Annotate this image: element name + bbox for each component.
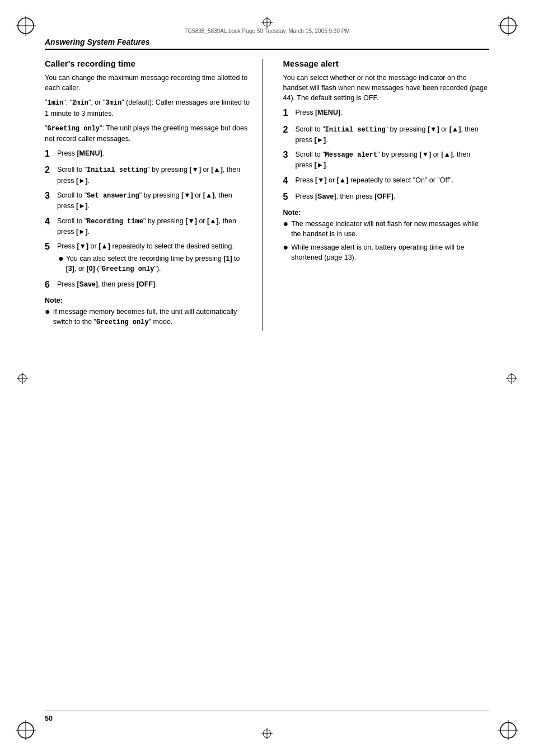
right-note-text-1: The message indicator will not flash for… [291, 219, 489, 239]
right-step-content-1: Press [MENU]. [296, 107, 490, 118]
page: TG5838_5839AL.book Page 50 Tuesday, Marc… [0, 0, 534, 756]
two-column-layout: Caller's recording time You can change t… [45, 59, 489, 331]
right-key-off: [OFF] [374, 192, 393, 200]
option-1min: 1min [47, 99, 63, 107]
step-content-3: Scroll to "Set answering" by pressing [▼… [57, 190, 251, 212]
left-options: "1min", "2min", or "3min" (default): Cal… [45, 97, 251, 119]
right-key-down-2: [▼] [428, 125, 439, 133]
key-up-2: [▲] [211, 166, 223, 173]
corner-mark-br [498, 720, 518, 740]
right-key-up-3: [▲] [441, 151, 453, 158]
left-column: Caller's recording time You can change t… [45, 59, 263, 331]
key-up-4: [▲] [207, 217, 219, 225]
left-step-1: 1 Press [MENU]. [45, 148, 251, 160]
corner-mark-tl [16, 16, 36, 36]
key-off-left: [OFF] [137, 280, 155, 288]
left-note-label: Note: [45, 297, 251, 304]
right-step-num-4: 4 [283, 174, 296, 187]
option-2min: 2min [72, 99, 88, 107]
bullet-dot-5: ● [58, 253, 64, 264]
right-note-section: Note: ● The message indicator will not f… [283, 209, 490, 263]
right-key-up-2: [▲] [449, 125, 461, 133]
right-note-bullet-1: ● [283, 219, 289, 229]
step-content-5: Press [▼] or [▲] repeatedly to select th… [57, 241, 251, 275]
key-down-4: [▼] [185, 217, 197, 225]
step-5-sub-bullet: ● You can also select the recording time… [58, 253, 251, 275]
crosshair-left [17, 373, 28, 384]
left-intro: You can change the maximum message recor… [45, 73, 251, 93]
right-step-content-5: Press [Save], then press [OFF]. [296, 191, 490, 201]
right-step-content-3: Scroll to "Message alert" by pressing [▼… [296, 149, 490, 171]
right-menu-initial: Initial setting [325, 126, 386, 134]
right-step-num-5: 5 [283, 190, 296, 203]
right-subsection-title: Message alert [283, 59, 490, 68]
step-5-sub-text: You can also select the recording time b… [66, 253, 251, 275]
right-intro: You can select whether or not the messag… [283, 73, 490, 103]
right-step-num-1: 1 [283, 106, 296, 119]
right-step-2: 2 Scroll to "Initial setting" by pressin… [283, 124, 490, 145]
right-step-content-4: Press [▼] or [▲] repeatedly to select "O… [296, 175, 490, 185]
option-greeting: Greeting only [47, 125, 100, 133]
right-note-bullet-2: ● [283, 242, 289, 252]
left-note-text-1: If message memory becomes full, the unit… [53, 307, 251, 328]
right-key-down-3: [▼] [420, 151, 432, 158]
bottom-divider [45, 711, 489, 711]
right-key-down-4: [▼] [315, 176, 327, 184]
key-menu-1: [MENU] [77, 149, 102, 157]
left-steps-list: 1 Press [MENU]. 2 Scroll to "Initial set… [45, 148, 251, 291]
step-content-4: Scroll to "Recording time" by pressing [… [57, 216, 251, 237]
right-step-3: 3 Scroll to "Message alert" by pressing … [283, 149, 490, 171]
greeting-only-ref: Greeting only [102, 265, 154, 273]
key-1: [1] [223, 255, 232, 262]
step-num-4: 4 [45, 215, 57, 228]
left-step-6: 6 Press [Save], then press [OFF]. [45, 279, 251, 291]
key-up-3: [▲] [203, 191, 215, 199]
left-greeting: "Greeting only": The unit plays the gree… [45, 123, 251, 144]
step-num-5: 5 [45, 240, 57, 253]
corner-mark-tr [498, 16, 518, 36]
right-key-right-3: [►] [315, 161, 326, 169]
key-right-2: [►] [76, 177, 88, 185]
left-step-3: 3 Scroll to "Set answering" by pressing … [45, 190, 251, 212]
right-menu-msg-alert: Message alert [325, 151, 378, 159]
step-num-2: 2 [45, 163, 57, 176]
right-key-right-2: [►] [315, 136, 326, 144]
section-title: Answering System Features [45, 37, 489, 50]
right-key-up-4: [▲] [337, 176, 349, 184]
left-note-1: ● If message memory becomes full, the un… [45, 307, 251, 328]
key-down-5: [▼] [77, 242, 88, 250]
step-num-6: 6 [45, 278, 57, 291]
crosshair-right [506, 373, 517, 384]
right-key-menu-1: [MENU] [315, 109, 340, 116]
page-number: 50 [45, 715, 53, 722]
menu-set-answering: Set answering [87, 192, 139, 200]
right-step-num-3: 3 [283, 148, 296, 161]
right-note-label: Note: [283, 209, 490, 217]
right-step-content-2: Scroll to "Initial setting" by pressing … [296, 124, 490, 145]
step-num-1: 1 [45, 147, 57, 160]
key-down-3: [▼] [181, 191, 193, 199]
option-3min: 3min [105, 99, 121, 107]
left-step-4: 4 Scroll to "Recording time" by pressing… [45, 216, 251, 237]
note-bullet-1: ● [45, 307, 50, 317]
key-right-3: [►] [76, 202, 88, 210]
right-steps-list: 1 Press [MENU]. 2 Scroll to "Initial set… [283, 107, 490, 203]
crosshair-bottom [261, 728, 273, 739]
menu-recording-time: Recording time [87, 218, 143, 226]
greeting-only-note: Greeting only [96, 318, 149, 326]
left-note-section: Note: ● If message memory becomes full, … [45, 297, 251, 328]
right-note-1: ● The message indicator will not flash f… [283, 219, 490, 239]
step-content-1: Press [MENU]. [57, 148, 251, 158]
right-column: Message alert You can select whether or … [280, 59, 490, 331]
left-step-5: 5 Press [▼] or [▲] repeatedly to select … [45, 241, 251, 275]
right-step-4: 4 Press [▼] or [▲] repeatedly to select … [283, 175, 490, 187]
key-up-5: [▲] [99, 242, 110, 250]
right-step-1: 1 Press [MENU]. [283, 107, 490, 119]
key-3: [3] [66, 265, 74, 273]
left-step-2: 2 Scroll to "Initial setting" by pressin… [45, 165, 251, 186]
right-note-2: ● While message alert is on, battery ope… [283, 242, 490, 262]
menu-initial-setting: Initial setting [87, 166, 147, 174]
left-subsection-title: Caller's recording time [45, 59, 251, 68]
step-content-2: Scroll to "Initial setting" by pressing … [57, 165, 251, 186]
right-note-text-2: While message alert is on, battery opera… [291, 242, 489, 262]
